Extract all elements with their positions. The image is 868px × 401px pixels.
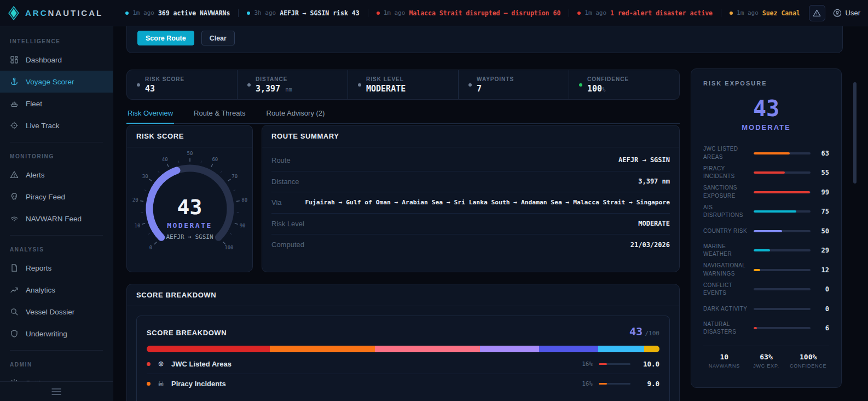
breakdown-score: 43 /100	[629, 325, 659, 338]
score-route-button[interactable]: Score Route	[137, 31, 194, 45]
factor-bar	[754, 230, 811, 232]
header-actions: User	[809, 5, 860, 21]
row-label: Via	[271, 198, 282, 207]
sidebar-item-label: Fleet	[26, 100, 42, 108]
ticker-item-suez[interactable]: 1m ago Suez Canal elevated — 9/10	[721, 9, 803, 17]
sidebar-item-analytics[interactable]: Analytics	[0, 279, 113, 301]
user-menu[interactable]: User	[833, 9, 860, 18]
sidebar-item-reports[interactable]: Reports	[0, 257, 113, 279]
score-segment	[270, 346, 375, 352]
breakdown-row-jwc: ☸ JWC Listed Areas 16% 10.0	[147, 354, 659, 374]
sidebar-item-piracy-feed[interactable]: Piracy Feed	[0, 186, 113, 208]
factor-value: 99	[816, 188, 829, 196]
factor-row-piracy: PIRACY INCIDENTS 55	[703, 163, 829, 183]
sidebar-item-label: NAVWARN Feed	[26, 215, 82, 223]
factor-value: 0	[816, 285, 829, 293]
sidebar: INTELLIGENCE Dashboard Voyage Scorer Fle…	[0, 26, 113, 401]
exposure-level: MODERATE	[703, 123, 829, 131]
svg-text:40: 40	[161, 157, 167, 162]
ticker-item-malacca[interactable]: 1m ago Malacca Strait disrupted — disrup…	[368, 9, 569, 17]
factor-value: 0	[816, 305, 829, 313]
metric-value: 3,397 nm	[256, 84, 292, 94]
sidebar-item-underwriting[interactable]: Underwriting	[0, 323, 113, 345]
metric-dot	[579, 83, 582, 87]
metric-label: RISK LEVEL	[366, 76, 406, 82]
user-label: User	[846, 9, 860, 17]
factor-row-disasters: NATURAL DISASTERS 6	[703, 319, 829, 339]
row-value: 21/03/2026	[630, 241, 670, 249]
exposure-factors: JWC LISTED AREAS 63 PIRACY INCIDENTS 55 …	[703, 144, 829, 338]
metric-distance: DISTANCE 3,397 nm	[237, 70, 348, 99]
metric-label: CONFIDENCE	[587, 76, 629, 82]
sidebar-item-voyage-scorer[interactable]: Voyage Scorer	[0, 71, 113, 93]
factor-bar	[754, 249, 811, 251]
app-title: ARCNAUTICAL	[25, 8, 103, 18]
top-bar: ARCNAUTICAL 1m ago 369 active NAVWARNs 3…	[0, 0, 868, 26]
logo-gem-icon	[8, 6, 20, 20]
factor-label: MARINE WEATHER	[703, 243, 748, 259]
sidebar-item-navwarn-feed[interactable]: NAVWARN Feed	[0, 208, 113, 230]
factor-mini-bar	[599, 383, 630, 385]
tab-route-advisory[interactable]: Route Advisory (2)	[265, 107, 326, 123]
metric-label: WAYPOINTS	[477, 76, 514, 82]
sidebar-item-fleet[interactable]: Fleet	[0, 93, 113, 114]
factor-row-weather: MARINE WEATHER 29	[703, 241, 829, 261]
status-dot	[125, 12, 129, 15]
factor-label: DARK ACTIVITY	[703, 305, 748, 313]
stat-confidence: 100% CONFIDENCE	[787, 353, 829, 369]
sidebar-item-dashboard[interactable]: Dashboard	[0, 49, 113, 71]
sidebar-collapse-button[interactable]	[0, 381, 113, 401]
score-breakdown-widget: SCORE BREAKDOWN 43 /100 ☸ JWC Listed Are…	[136, 316, 670, 401]
panel-title: RISK SCORE	[136, 132, 184, 140]
ticker-text: 1 red-alert disaster active	[610, 9, 713, 17]
factor-row-sanctions: SANCTIONS EXPOSURE 99	[703, 182, 829, 202]
ticker-item-route-risk[interactable]: 3h ago AEFJR → SGSIN risk 43	[238, 9, 367, 17]
factor-bar	[754, 152, 811, 154]
factor-weight: 16%	[582, 360, 593, 368]
ticker-item-disaster[interactable]: 1m ago 1 red-alert disaster active	[569, 9, 721, 17]
row-value: AEFJR → SGSIN	[618, 156, 670, 164]
metrics-strip: RISK SCORE 43 DISTANCE 3,397 nm RISK LEV…	[126, 70, 680, 100]
route-input-card: Score Route Clear	[126, 26, 843, 53]
status-dot	[247, 12, 250, 15]
svg-text:100: 100	[224, 245, 233, 250]
factor-label: PIRACY INCIDENTS	[703, 165, 748, 181]
anchor-icon	[10, 77, 19, 86]
svg-text:30: 30	[142, 174, 148, 179]
row-label: Route	[271, 156, 291, 164]
app-window: ARCNAUTICAL 1m ago 369 active NAVWARNs 3…	[0, 0, 868, 401]
panel-header: RISK SCORE	[127, 125, 252, 147]
alerts-button[interactable]	[809, 5, 825, 21]
factor-label: NATURAL DISASTERS	[703, 320, 748, 336]
sidebar-item-settings[interactable]: Settings	[0, 372, 113, 381]
scrollbar-thumb[interactable]	[853, 82, 857, 184]
ticker-timestamp: 3h ago	[254, 9, 276, 16]
ticker-timestamp: 1m ago	[585, 9, 606, 16]
ticker-item-navwarns[interactable]: 1m ago 369 active NAVWARNs	[117, 9, 238, 17]
section-label-admin: ADMIN	[0, 356, 113, 372]
clear-button[interactable]: Clear	[201, 31, 235, 45]
metric-dot	[468, 83, 472, 87]
crosshair-icon	[10, 121, 19, 130]
factor-row-conflict: CONFLICT EVENTS 0	[703, 280, 829, 300]
tab-bar: Risk Overview Route & Threats Route Advi…	[126, 107, 680, 124]
risk-exposure-panel: RISK EXPOSURE 43 MODERATE JWC LISTED ARE…	[691, 68, 842, 388]
sidebar-item-alerts[interactable]: Alerts	[0, 164, 113, 186]
metric-value: MODERATE	[366, 84, 406, 94]
tab-route-threats[interactable]: Route & Threats	[193, 107, 246, 123]
metric-confidence: CONFIDENCE 100%	[569, 70, 679, 99]
metric-dot	[247, 83, 251, 87]
summary-row-route: Route AEFJR → SGSIN	[271, 150, 670, 171]
factor-row-dark-activity: DARK ACTIVITY 0	[703, 299, 829, 319]
shield-icon	[10, 329, 19, 338]
tab-risk-overview[interactable]: Risk Overview	[126, 107, 174, 124]
sidebar-item-label: Piracy Feed	[26, 193, 65, 201]
summary-row-via: Via Fujairah → Gulf of Oman → Arabian Se…	[271, 192, 670, 213]
sidebar-item-live-track[interactable]: Live Track	[0, 114, 113, 136]
row-value: 3,397 nm	[638, 177, 670, 185]
trend-line-icon	[10, 285, 19, 294]
metric-label: RISK SCORE	[145, 76, 184, 82]
metric-risk-score: RISK SCORE 43	[127, 70, 237, 99]
panel-title: ROUTE SUMMARY	[271, 132, 339, 140]
sidebar-item-vessel-dossier[interactable]: Vessel Dossier	[0, 301, 113, 323]
